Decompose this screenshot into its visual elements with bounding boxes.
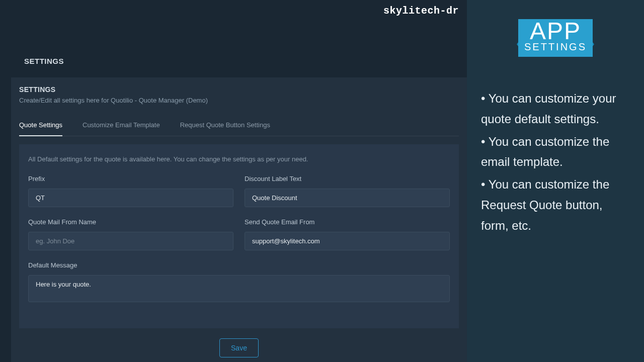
badge-subtitle: SETTINGS [524, 41, 587, 53]
card-title: SETTINGS [19, 85, 459, 94]
tab-quote-settings[interactable]: Quote Settings [19, 118, 62, 136]
tab-customize-email-template[interactable]: Customize Email Template [83, 118, 160, 136]
app-frame: skylitech-dr SETTINGS SETTINGS Create/Ed… [0, 0, 467, 362]
tabs-bar: Quote Settings Customize Email Template … [19, 118, 459, 136]
info-bullet-2: • You can customize the email template. [481, 132, 630, 173]
info-panel: APP SETTINGS • You can customize your qu… [467, 0, 644, 362]
card-subtitle: Create/Edit all settings here for Quotil… [19, 97, 459, 104]
prefix-label: Prefix [28, 175, 233, 183]
send-quote-email-from-input[interactable] [245, 232, 450, 250]
save-button[interactable]: Save [219, 338, 259, 357]
discount-label-text-label: Discount Label Text [245, 175, 450, 183]
page-title: SETTINGS [24, 57, 64, 65]
quote-mail-from-name-label: Quote Mail From Name [28, 218, 233, 226]
app-settings-badge: APP SETTINGS [481, 19, 630, 58]
brand-text: skylitech-dr [383, 5, 459, 17]
quote-settings-panel: All Default settings for the quote is av… [19, 144, 459, 328]
panel-description: All Default settings for the quote is av… [28, 155, 450, 163]
tab-request-quote-button-settings[interactable]: Request Quote Button Settings [180, 118, 270, 136]
default-message-textarea[interactable] [28, 275, 450, 302]
prefix-input[interactable] [28, 189, 233, 207]
info-bullet-1: • You can customize your quote default s… [481, 88, 630, 130]
discount-label-text-input[interactable] [245, 189, 450, 207]
quote-mail-from-name-input[interactable] [28, 232, 233, 250]
info-bullets: • You can customize your quote default s… [481, 88, 630, 236]
default-message-label: Default Message [28, 261, 450, 269]
info-bullet-3: • You can customize the Request Quote bu… [481, 174, 630, 236]
settings-card: SETTINGS Create/Edit all settings here f… [11, 77, 467, 362]
badge-title: APP [524, 19, 587, 43]
send-quote-email-from-label: Send Quote Email From [245, 218, 450, 226]
